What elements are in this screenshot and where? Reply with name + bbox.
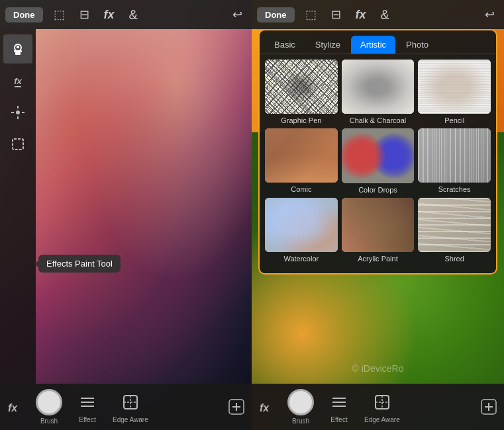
brush-circle-icon-right [287,389,314,415]
effect-label-watercolor: Watercolor [283,255,319,263]
blend-icon[interactable]: & [125,5,142,25]
watermark-text: © iDeviceRo [352,363,403,374]
effect-thumb-acrylic [342,198,415,252]
fx-brush-button[interactable]: fx [3,66,32,95]
bottom-left-fx-icon[interactable]: fx [7,400,25,418]
effect-acrylic-paint[interactable]: Acrylic Paint [342,198,415,263]
side-toolbar-left: fx [0,29,36,384]
bottom-tools-left: Brush Effect [36,389,148,425]
tab-photo[interactable]: Photo [397,36,438,54]
top-toolbar-right: Done ⬚ ⊟ fx & ↩ [252,0,504,29]
add-button-right[interactable] [480,398,497,418]
edge-aware-svg-icon [121,393,140,411]
brush-tool-right[interactable]: Brush [287,389,314,425]
effect-label-shred: Shred [444,255,464,263]
bottom-left-fx-icon-right[interactable]: fx [258,400,277,418]
effect-label-pencil: Pencil [444,116,464,124]
effect-thumb-shred [418,198,491,252]
selection-icon[interactable]: ⬚ [50,5,69,24]
effects-panel: Basic Stylize Artistic Photo Graphic Pen [258,29,497,275]
svg-rect-3 [17,46,19,48]
effect-tool[interactable]: Effect [76,390,99,423]
effects-grid: Graphic Pen Chalk & Charcoal Pencil [260,54,496,268]
tab-basic[interactable]: Basic [265,36,305,54]
effect-thumb-pencil [418,60,491,114]
effect-label-color-drops: Color Drops [358,186,397,194]
effect-label-chalk: Chalk & Charcoal [350,116,407,124]
fx-bottom-icon: fx [7,400,25,415]
effect-label: Effect [79,416,95,423]
undo-icon[interactable]: ↩ [228,5,246,24]
edge-aware-tool-right[interactable]: Edge Aware [364,390,400,423]
effect-scratches[interactable]: Scratches [418,128,491,193]
brush-label-right: Brush [292,417,309,425]
effect-chalk-charcoal[interactable]: Chalk & Charcoal [342,60,415,124]
effect-thumb-color-drops [342,128,415,183]
adjust-icon-right[interactable]: ⊟ [327,5,345,24]
right-panel: Done ⬚ ⊟ fx & ↩ Basic Stylize Artistic P… [252,0,504,430]
effect-thumb-chalk [342,60,415,114]
tooltip-text: Effects Paint Tool [46,259,113,269]
fx-icon[interactable]: fx [100,5,119,24]
edge-aware-label: Edge Aware [113,416,148,423]
effect-thumb-graphic-pen [265,60,338,114]
effect-pencil[interactable]: Pencil [418,60,491,124]
tab-artistic[interactable]: Artistic [351,36,395,54]
add-button-left[interactable] [228,398,245,418]
brush-circle-icon [36,389,62,415]
adjust-icon[interactable]: ⊟ [76,5,93,24]
fx-icon-right[interactable]: fx [352,5,370,24]
brush-label: Brush [40,417,58,425]
tooltip-effects-paint: Effects Paint Tool [38,255,121,273]
stamp-tool-button[interactable] [3,34,32,64]
effect-svg-icon-right [330,393,348,411]
wand-icon [10,105,26,120]
selection-icon-right[interactable]: ⬚ [301,5,321,24]
effect-thumb-comic [265,128,338,183]
svg-text:fx: fx [8,402,18,413]
fx-bottom-right-icon: fx [258,400,277,415]
tab-stylize[interactable]: Stylize [306,36,350,54]
edge-aware-icon [119,390,142,414]
edge-aware-tool[interactable]: Edge Aware [113,390,148,423]
bottom-tools-right: Brush Effect [287,389,400,425]
undo-icon-right[interactable]: ↩ [481,5,499,24]
bottom-toolbar-right: fx Brush Effect [252,384,504,430]
add-icon [228,398,245,415]
brush-tool[interactable]: Brush [36,389,62,425]
effect-icon-right [327,390,351,414]
left-panel: Done ⬚ ⊟ fx & ↩ fx [0,0,252,430]
effect-label-graphic-pen: Graphic Pen [281,116,321,124]
svg-point-9 [16,110,20,114]
effect-tool-right[interactable]: Effect [327,390,351,423]
watermark: © iDeviceRo [252,363,504,374]
effect-graphic-pen[interactable]: Graphic Pen [265,60,338,124]
top-toolbar-left: Done ⬚ ⊟ fx & ↩ [0,0,252,29]
svg-rect-10 [13,139,23,150]
svg-rect-1 [15,52,21,55]
done-button-left[interactable]: Done [5,7,43,22]
effect-watercolor[interactable]: Watercolor [265,198,338,263]
effects-tabs: Basic Stylize Artistic Photo [260,30,496,54]
bottom-toolbar-left: fx Brush Effect [0,384,252,430]
effect-label-comic: Comic [291,185,311,193]
edge-aware-svg-right [373,393,391,411]
effect-label-scratches: Scratches [438,185,471,193]
select-button[interactable] [3,130,32,159]
blend-icon-right[interactable]: & [377,5,393,25]
done-button-right[interactable]: Done [257,7,295,22]
wand-button[interactable] [3,98,32,127]
edge-aware-label-right: Edge Aware [364,416,400,423]
stamp-icon [10,41,26,57]
effect-icon [76,390,99,414]
effect-shred[interactable]: Shred [418,198,491,263]
effect-label-acrylic: Acrylic Paint [358,255,398,263]
effect-thumb-scratches [418,128,491,183]
edge-aware-icon-right [370,390,394,414]
select-icon [10,136,26,152]
photo-overlay [0,0,252,430]
add-icon-right [480,398,497,415]
effect-color-drops[interactable]: Color Drops [342,128,415,193]
effect-comic[interactable]: Comic [265,128,338,193]
svg-text:fx: fx [260,402,270,413]
